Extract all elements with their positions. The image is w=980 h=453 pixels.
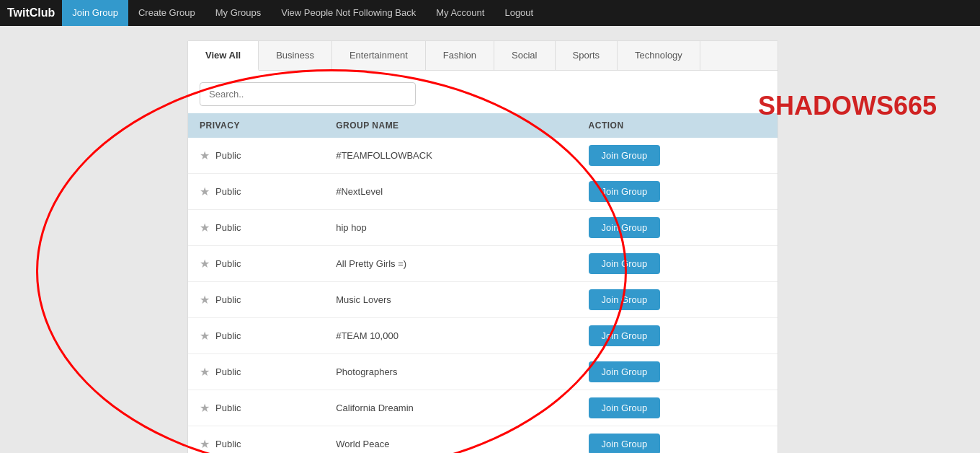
- table-header: PRIVACY GROUP NAME ACTION: [188, 113, 778, 138]
- tab-fashion[interactable]: Fashion: [426, 41, 494, 70]
- privacy-cell: ★Public: [188, 210, 324, 246]
- nav-my-account[interactable]: My Account: [426, 0, 494, 26]
- star-icon: ★: [200, 329, 210, 343]
- table-row: ★PublicPhotographersJoin Group: [188, 354, 778, 390]
- table-row: ★Publichip hopJoin Group: [188, 210, 778, 246]
- group-name-cell: Photographers: [324, 354, 576, 390]
- table-row: ★Public#TEAM 10,000Join Group: [188, 318, 778, 354]
- action-cell: Join Group: [577, 390, 778, 426]
- table-row: ★PublicCalifornia DreaminJoin Group: [188, 390, 778, 426]
- group-name-cell: #TEAM 10,000: [324, 318, 576, 354]
- join-group-button[interactable]: Join Group: [589, 145, 661, 166]
- group-name-cell: Music Lovers: [324, 282, 576, 318]
- action-cell: Join Group: [577, 210, 778, 246]
- category-tabs: View All Business Entertainment Fashion …: [188, 41, 778, 71]
- group-name-cell: World Peace: [324, 426, 576, 454]
- join-group-button[interactable]: Join Group: [589, 253, 661, 274]
- tab-view-all[interactable]: View All: [188, 41, 259, 71]
- privacy-label: Public: [215, 294, 241, 305]
- privacy-cell: ★Public: [188, 426, 324, 454]
- privacy-cell: ★Public: [188, 246, 324, 282]
- group-name-cell: California Dreamin: [324, 390, 576, 426]
- tab-business[interactable]: Business: [259, 41, 332, 70]
- table-body: ★Public#TEAMFOLLOWBACKJoin Group★Public#…: [188, 138, 778, 453]
- privacy-cell: ★Public: [188, 390, 324, 426]
- action-cell: Join Group: [577, 354, 778, 390]
- join-group-button[interactable]: Join Group: [589, 217, 661, 238]
- join-group-button[interactable]: Join Group: [589, 361, 661, 382]
- tab-social[interactable]: Social: [494, 41, 555, 70]
- nav-my-groups[interactable]: My Groups: [205, 0, 272, 26]
- privacy-label: Public: [215, 186, 241, 197]
- privacy-cell: ★Public: [188, 174, 324, 210]
- brand-logo: TwitClub: [7, 6, 55, 19]
- nav-view-people[interactable]: View People Not Following Back: [271, 0, 426, 26]
- star-icon: ★: [200, 293, 210, 307]
- join-group-button[interactable]: Join Group: [589, 289, 661, 310]
- col-action: ACTION: [577, 113, 778, 138]
- col-privacy: PRIVACY: [188, 113, 324, 138]
- star-icon: ★: [200, 257, 210, 271]
- tab-sports[interactable]: Sports: [556, 41, 618, 70]
- groups-table: PRIVACY GROUP NAME ACTION ★Public#TEAMFO…: [188, 113, 778, 453]
- privacy-label: Public: [215, 330, 241, 341]
- join-group-button[interactable]: Join Group: [589, 397, 661, 418]
- privacy-label: Public: [215, 403, 241, 413]
- star-icon: ★: [200, 401, 210, 415]
- col-group-name: GROUP NAME: [324, 113, 576, 138]
- search-area: [188, 71, 778, 113]
- watermark: SHADOWS665: [758, 91, 937, 121]
- privacy-label: Public: [215, 150, 241, 161]
- privacy-cell: ★Public: [188, 138, 324, 174]
- join-group-button[interactable]: Join Group: [589, 325, 661, 346]
- tab-entertainment[interactable]: Entertainment: [332, 41, 426, 70]
- top-navigation: TwitClub Join Group Create Group My Grou…: [0, 0, 980, 26]
- action-cell: Join Group: [577, 426, 778, 454]
- table-row: ★Public#NextLevelJoin Group: [188, 174, 778, 210]
- privacy-label: Public: [215, 366, 241, 377]
- privacy-cell: ★Public: [188, 318, 324, 354]
- privacy-label: Public: [215, 439, 241, 449]
- group-name-cell: #TEAMFOLLOWBACK: [324, 138, 576, 174]
- privacy-cell: ★Public: [188, 354, 324, 390]
- star-icon: ★: [200, 185, 210, 198]
- star-icon: ★: [200, 437, 210, 451]
- privacy-label: Public: [215, 258, 241, 269]
- nav-logout[interactable]: Logout: [494, 0, 543, 26]
- star-icon: ★: [200, 365, 210, 379]
- table-row: ★PublicWorld PeaceJoin Group: [188, 426, 778, 454]
- group-name-cell: All Pretty Girls =): [324, 246, 576, 282]
- table-row: ★PublicAll Pretty Girls =)Join Group: [188, 246, 778, 282]
- join-group-button[interactable]: Join Group: [589, 181, 661, 202]
- table-row: ★PublicMusic LoversJoin Group: [188, 282, 778, 318]
- group-name-cell: hip hop: [324, 210, 576, 246]
- privacy-label: Public: [215, 222, 241, 233]
- nav-create-group[interactable]: Create Group: [128, 0, 205, 26]
- search-input[interactable]: [200, 82, 416, 106]
- star-icon: ★: [200, 149, 210, 162]
- table-row: ★Public#TEAMFOLLOWBACKJoin Group: [188, 138, 778, 174]
- tab-technology[interactable]: Technology: [618, 41, 700, 70]
- action-cell: Join Group: [577, 282, 778, 318]
- action-cell: Join Group: [577, 138, 778, 174]
- nav-links: Join Group Create Group My Groups View P…: [62, 0, 543, 26]
- join-group-button[interactable]: Join Group: [589, 434, 661, 453]
- group-name-cell: #NextLevel: [324, 174, 576, 210]
- action-cell: Join Group: [577, 246, 778, 282]
- privacy-cell: ★Public: [188, 282, 324, 318]
- content-box: View All Business Entertainment Fashion …: [187, 40, 778, 453]
- star-icon: ★: [200, 221, 210, 234]
- action-cell: Join Group: [577, 174, 778, 210]
- main-wrapper: SHADOWS665 View All Business Entertainme…: [0, 26, 980, 453]
- action-cell: Join Group: [577, 318, 778, 354]
- nav-join-group[interactable]: Join Group: [62, 0, 128, 26]
